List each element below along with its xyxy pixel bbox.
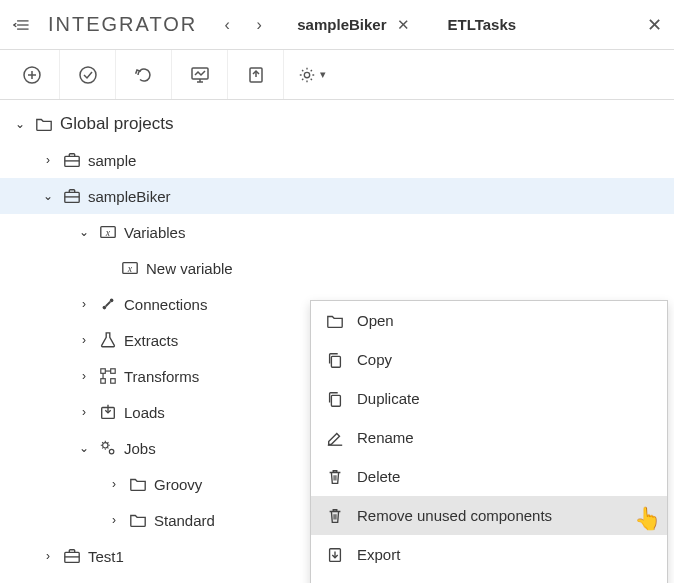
close-panel-icon[interactable]: ✕: [647, 14, 662, 36]
tree-label: Standard: [154, 512, 215, 529]
tree-label: Transforms: [124, 368, 199, 385]
tree-label: Loads: [124, 404, 165, 421]
menu-label: Export: [357, 546, 400, 563]
folder-icon: [128, 475, 148, 493]
app-title: INTEGRATOR: [48, 13, 197, 36]
tree-label: Variables: [124, 224, 185, 241]
expand-icon[interactable]: ›: [106, 477, 122, 491]
menu-export[interactable]: Export: [311, 535, 667, 574]
variable-icon: [98, 223, 118, 241]
transform-icon: [98, 367, 118, 385]
menu-label: Remove unused components: [357, 507, 552, 524]
briefcase-icon: [62, 547, 82, 565]
refresh-button[interactable]: [116, 50, 172, 99]
tree-label: Extracts: [124, 332, 178, 349]
expand-icon[interactable]: ›: [40, 153, 56, 167]
expand-icon[interactable]: ›: [106, 513, 122, 527]
folder-icon: [34, 115, 54, 133]
copy-icon: [325, 351, 345, 369]
folder-icon: [325, 312, 345, 330]
import-button[interactable]: [228, 50, 284, 99]
chevron-down-icon: ▾: [320, 68, 326, 81]
variable-icon: [120, 259, 140, 277]
load-icon: [98, 403, 118, 421]
trash-icon: [325, 468, 345, 486]
expand-icon[interactable]: ›: [76, 333, 92, 347]
tree-label: Jobs: [124, 440, 156, 457]
tree-root-label: Global projects: [60, 114, 173, 134]
new-button[interactable]: [4, 50, 60, 99]
menu-open[interactable]: Open: [311, 301, 667, 340]
menu-copy[interactable]: Copy: [311, 340, 667, 379]
tree-root[interactable]: ⌄ Global projects: [0, 106, 674, 142]
tree-item-variables[interactable]: ⌄ Variables: [0, 214, 674, 250]
tree-label: sample: [88, 152, 136, 169]
rename-icon: [325, 429, 345, 447]
expand-icon[interactable]: ›: [76, 297, 92, 311]
collapse-icon[interactable]: ⌄: [76, 225, 92, 239]
tree-label: New variable: [146, 260, 233, 277]
tab-label: ETLTasks: [448, 16, 517, 33]
collapse-icon[interactable]: ⌄: [12, 117, 28, 131]
expand-icon[interactable]: ›: [76, 405, 92, 419]
briefcase-icon: [62, 151, 82, 169]
menu-properties[interactable]: Properties: [311, 574, 667, 583]
nav-back-button[interactable]: ‹: [215, 16, 239, 34]
menu-duplicate[interactable]: Duplicate: [311, 379, 667, 418]
menu-toggle-icon[interactable]: [12, 16, 32, 34]
tab-samplebiker[interactable]: sampleBiker ✕: [289, 10, 417, 40]
menu-label: Open: [357, 312, 394, 329]
expand-icon[interactable]: ›: [40, 549, 56, 563]
monitor-button[interactable]: [172, 50, 228, 99]
folder-icon: [128, 511, 148, 529]
tree-label: Groovy: [154, 476, 202, 493]
menu-remove-unused[interactable]: Remove unused components: [311, 496, 667, 535]
collapse-icon[interactable]: ⌄: [76, 441, 92, 455]
tab-etltasks[interactable]: ETLTasks: [440, 10, 525, 39]
validate-button[interactable]: [60, 50, 116, 99]
duplicate-icon: [325, 390, 345, 408]
menu-label: Duplicate: [357, 390, 420, 407]
project-tree: ⌄ Global projects › sample ⌄ sampleBiker…: [0, 100, 674, 574]
expand-icon[interactable]: ›: [76, 369, 92, 383]
tree-label: sampleBiker: [88, 188, 171, 205]
briefcase-icon: [62, 187, 82, 205]
tab-label: sampleBiker: [297, 16, 386, 33]
menu-label: Copy: [357, 351, 392, 368]
tree-label: Connections: [124, 296, 207, 313]
tree-item-samplebiker[interactable]: ⌄ sampleBiker: [0, 178, 674, 214]
tree-item-new-variable[interactable]: New variable: [0, 250, 674, 286]
jobs-icon: [98, 439, 118, 457]
settings-dropdown[interactable]: ▾: [284, 50, 340, 99]
export-icon: [325, 546, 345, 564]
nav-forward-button[interactable]: ›: [247, 16, 271, 34]
tree-label: Test1: [88, 548, 124, 565]
trash-icon: [325, 507, 345, 525]
menu-delete[interactable]: Delete: [311, 457, 667, 496]
collapse-icon[interactable]: ⌄: [40, 189, 56, 203]
menu-label: Rename: [357, 429, 414, 446]
connection-icon: [98, 295, 118, 313]
toolbar: ▾: [0, 50, 674, 100]
menu-rename[interactable]: Rename: [311, 418, 667, 457]
menu-label: Delete: [357, 468, 400, 485]
extract-icon: [98, 331, 118, 349]
tab-bar: sampleBiker ✕ ETLTasks: [289, 10, 524, 40]
tree-item-sample[interactable]: › sample: [0, 142, 674, 178]
header-bar: INTEGRATOR ‹ › sampleBiker ✕ ETLTasks ✕: [0, 0, 674, 50]
close-tab-icon[interactable]: ✕: [397, 16, 410, 34]
context-menu: Open Copy Duplicate Rename Delete Remove…: [310, 300, 668, 583]
